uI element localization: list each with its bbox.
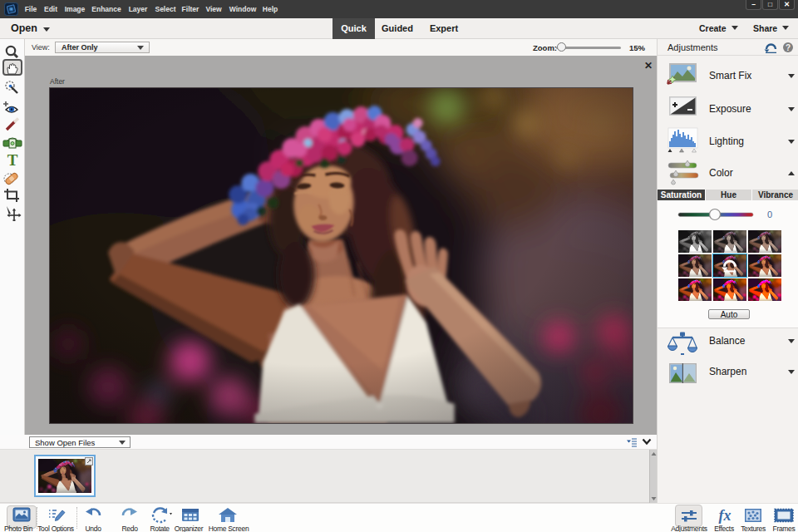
svg-text:T: T — [7, 151, 18, 169]
svg-text:?: ? — [786, 43, 791, 52]
svg-text:fx: fx — [719, 507, 732, 524]
